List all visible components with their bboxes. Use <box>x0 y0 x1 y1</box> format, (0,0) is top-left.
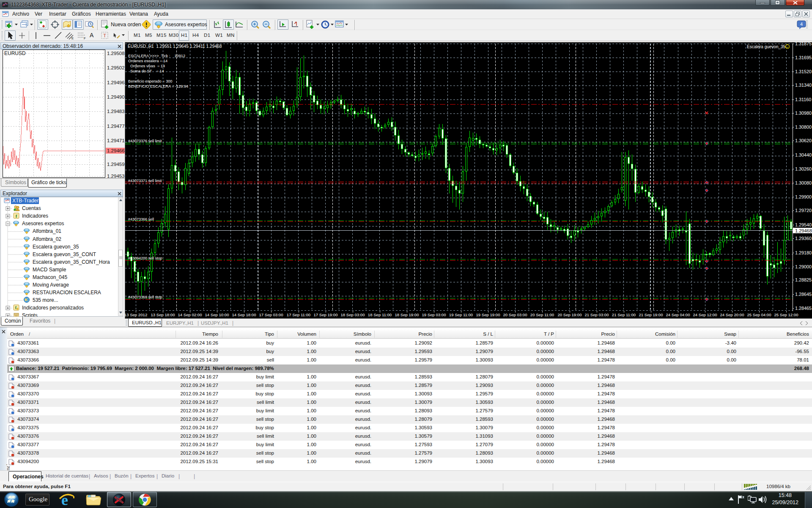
svg-text:1.29900: 1.29900 <box>795 194 812 199</box>
svg-text:XTB-Trader: XTB-Trader <box>12 198 38 204</box>
svg-text:Indicadores: Indicadores <box>22 213 48 219</box>
svg-text:1.29180: 1.29180 <box>795 250 812 255</box>
svg-text:1.29508: 1.29508 <box>107 51 125 56</box>
svg-text:Ordenes escalera = 14: Ordenes escalera = 14 <box>128 59 167 63</box>
svg-text:RESTAURACION ESCALERA: RESTAURACION ESCALERA <box>33 290 101 295</box>
svg-text:19 Sep 11:00: 19 Sep 11:00 <box>449 312 473 317</box>
svg-text:1.30620: 1.30620 <box>795 138 812 143</box>
svg-text:14 Sep 10:00: 14 Sep 10:00 <box>205 312 229 317</box>
svg-text:Asesores expertos: Asesores expertos <box>22 221 64 226</box>
svg-text:1.31160: 1.31160 <box>795 97 811 102</box>
svg-text:1.29490: 1.29490 <box>107 94 125 99</box>
svg-text:20 Sep 19:00: 20 Sep 19:00 <box>557 312 582 317</box>
svg-text:17 Sep 11:00: 17 Sep 11:00 <box>287 312 310 317</box>
svg-text:18 Sep 03:00: 18 Sep 03:00 <box>340 312 365 317</box>
svg-text:1.29000: 1.29000 <box>795 264 812 269</box>
svg-text:ESCALERA >>>> Tick : 10912: ESCALERA >>>> Tick : 10912 <box>128 54 185 58</box>
svg-text:13 Sep 18:00: 13 Sep 18:00 <box>151 312 175 317</box>
svg-text:24 Sep 04:00: 24 Sep 04:00 <box>666 312 690 317</box>
svg-text:#43094200 sell stop: #43094200 sell stop <box>128 256 162 260</box>
svg-text:21 Sep 19:00: 21 Sep 19:00 <box>639 312 663 317</box>
svg-text:25 Sep 04:00: 25 Sep 04:00 <box>747 312 771 317</box>
svg-text:1.29496: 1.29496 <box>107 80 125 85</box>
svg-text:1.29720: 1.29720 <box>795 208 812 213</box>
svg-text:1.29459: 1.29459 <box>107 162 125 167</box>
svg-text:1.30080: 1.30080 <box>795 180 812 185</box>
svg-text:17 Sep 19:00: 17 Sep 19:00 <box>313 312 337 317</box>
svg-text:21 Sep 11:00: 21 Sep 11:00 <box>612 312 636 317</box>
svg-text:19 Sep 03:00: 19 Sep 03:00 <box>422 312 446 317</box>
svg-text:13 Sep 2012: 13 Sep 2012 <box>125 312 147 317</box>
svg-text:Beneficio esperado = 300: Beneficio esperado = 300 <box>128 79 172 83</box>
svg-text:Escalera guevon_35_CONT_Hora: Escalera guevon_35_CONT_Hora <box>33 259 110 265</box>
svg-text:1.30980: 1.30980 <box>795 110 812 116</box>
svg-text:1.29477: 1.29477 <box>107 124 125 129</box>
svg-text:1.29466: 1.29466 <box>107 148 125 153</box>
svg-text:1.28465: 1.28465 <box>795 306 812 311</box>
svg-text:1.30260: 1.30260 <box>795 166 812 171</box>
svg-text:21 Sep 03:00: 21 Sep 03:00 <box>584 312 609 317</box>
svg-text:f: f <box>16 213 17 218</box>
svg-text:1.28645: 1.28645 <box>795 292 812 297</box>
svg-text:24 Sep 20:00: 24 Sep 20:00 <box>720 312 744 317</box>
svg-text:E: E <box>71 36 74 40</box>
svg-text:24 Sep 12:00: 24 Sep 12:00 <box>693 312 717 317</box>
svg-text:#43073366 sell: #43073366 sell <box>128 217 154 221</box>
svg-text:T: T <box>103 33 106 38</box>
svg-text:1.29360: 1.29360 <box>795 236 812 241</box>
svg-text:Alfombra_02: Alfombra_02 <box>33 236 61 242</box>
svg-text:MACD Sample: MACD Sample <box>33 267 66 273</box>
svg-text:14 Sep 02:00: 14 Sep 02:00 <box>178 312 202 317</box>
svg-text:1.31520: 1.31520 <box>795 69 812 74</box>
svg-text:1.29471: 1.29471 <box>107 138 125 143</box>
svg-text:20 Sep 03:00: 20 Sep 03:00 <box>503 312 527 317</box>
svg-text:EURUSD.,H1 1.29551 1.29645 1.: EURUSD.,H1 1.29551 1.29645 1.29411 1.294… <box>128 44 222 49</box>
svg-text:19 Sep 19:00: 19 Sep 19:00 <box>476 312 500 317</box>
svg-text:14 Sep 18:00: 14 Sep 18:00 <box>232 312 256 317</box>
svg-text:Scripts: Scripts <box>22 312 38 317</box>
svg-text:20 Sep 11:00: 20 Sep 11:00 <box>530 312 554 317</box>
svg-text:1.29483: 1.29483 <box>107 109 125 114</box>
svg-text:Escalera guevon_35_CONT: Escalera guevon_35_CONT <box>33 251 96 257</box>
svg-text:1.30440: 1.30440 <box>795 152 812 157</box>
svg-text:1.29540: 1.29540 <box>795 222 812 227</box>
svg-text:1.28825: 1.28825 <box>795 277 812 282</box>
svg-text:#43073376 sell limit: #43073376 sell limit <box>128 139 162 143</box>
svg-text:Cuentas: Cuentas <box>22 205 41 211</box>
svg-text:18 Sep 11:00: 18 Sep 11:00 <box>368 312 392 317</box>
svg-text:17 Sep 03:00: 17 Sep 03:00 <box>259 312 283 317</box>
svg-text:Ordenes vivas = 14: Ordenes vivas = 14 <box>128 64 165 68</box>
svg-text:1.31875: 1.31875 <box>795 41 812 46</box>
svg-text:Escalera guevon_35: Escalera guevon_35 <box>747 44 786 49</box>
svg-text:F: F <box>84 36 86 40</box>
svg-text:535 more...: 535 more... <box>33 297 58 303</box>
svg-text:1.30800: 1.30800 <box>795 124 812 130</box>
svg-text:Escalera guevon_35: Escalera guevon_35 <box>33 244 79 250</box>
svg-text:Moving Average: Moving Average <box>33 282 69 288</box>
svg-text:Alfombra_01: Alfombra_01 <box>33 228 61 234</box>
svg-text:25 Sep 12:00: 25 Sep 12:00 <box>774 312 798 317</box>
svg-text:Suma de ST = 14: Suma de ST = 14 <box>128 69 164 73</box>
svg-text:EURUSD: EURUSD <box>4 50 26 56</box>
svg-text:4: 4 <box>800 22 803 27</box>
svg-text:Machacon_045: Machacon_045 <box>33 274 67 280</box>
svg-text:BENEFICIO ESCALERA = -129.94: BENEFICIO ESCALERA = -129.94 <box>128 84 188 88</box>
svg-text:18 Sep 19:00: 18 Sep 19:00 <box>395 312 419 317</box>
svg-text:Indicadores personalizados: Indicadores personalizados <box>22 305 84 311</box>
svg-text:1.31695: 1.31695 <box>795 55 812 60</box>
svg-text:1.29468: 1.29468 <box>795 228 812 233</box>
svg-text:#43073371 sell limit: #43073371 sell limit <box>128 179 162 183</box>
svg-text:1.31340: 1.31340 <box>795 83 812 88</box>
svg-text:#43073369 sell stop: #43073369 sell stop <box>128 295 162 299</box>
svg-text:1.29502: 1.29502 <box>107 65 125 70</box>
